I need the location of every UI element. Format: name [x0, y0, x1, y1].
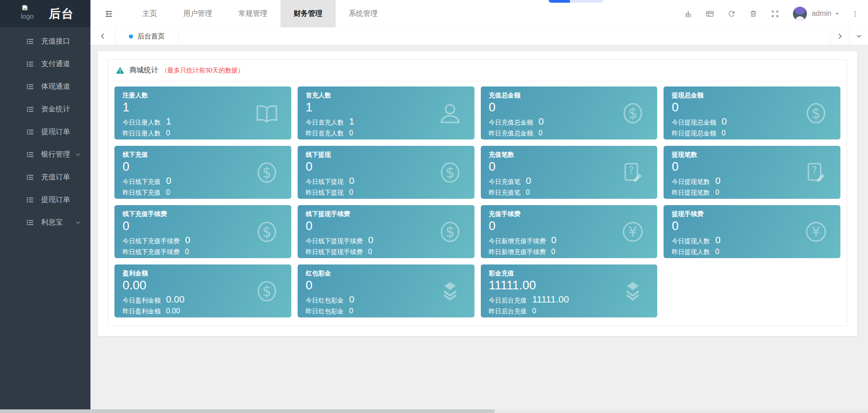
sidebar-item-label: 充值接口 [41, 37, 70, 46]
credit-card-icon [706, 10, 714, 18]
card-yesterday-row: 昨日首充人数 0 [306, 129, 466, 138]
card-yesterday-value: 0 [368, 248, 372, 256]
fullscreen-button[interactable] [771, 10, 779, 18]
card-yesterday-value: 0 [551, 248, 555, 256]
list-icon [26, 150, 34, 159]
card-today-value: 0 [185, 235, 190, 245]
card-yesterday-label: 昨日红包彩金 [306, 307, 344, 316]
card-yesterday-row: 昨日注册人数 0 [123, 129, 283, 138]
sidebar-item-5[interactable]: 银行管理 [0, 143, 90, 166]
tab-bar: 后台首页 [90, 27, 868, 45]
stat-card-2: 充值总金额 0 今日充值总金额 0 昨日充值总金额 0 [481, 86, 658, 139]
sidebar-item-7[interactable]: 提现订单 [0, 188, 90, 211]
sidebar-item-0[interactable]: 充值接口 [0, 30, 90, 53]
sidebar-item-label: 银行管理 [41, 150, 70, 159]
sidebar-item-label: 提现订单 [41, 127, 70, 137]
card-yesterday-value: 0 [526, 188, 530, 197]
stat-card-3: 提现总金额 0 今日提现总金额 0 昨日提现总金额 0 [664, 86, 840, 139]
tab-scroll-right-button[interactable] [830, 28, 849, 45]
card-yesterday-row: 昨日线下充值手续费 0 [123, 248, 283, 256]
list-icon [26, 37, 34, 46]
list-icon [26, 218, 34, 227]
card-today-label: 今日线下充值 [123, 178, 161, 186]
stat-card-5: 线下提现 0 今日线下提现 0 昨日线下提现 0 [298, 146, 474, 199]
card-today-label: 今日新增充值手续费 [489, 237, 546, 245]
stats-panel: 商城统计 （最多只统计前30天的数据） 注册人数 1 今日注册人数 1 昨日注册… [98, 51, 857, 336]
dollar-circle-icon [803, 101, 829, 126]
bar-chart-button[interactable] [684, 10, 693, 18]
sidebar-item-3[interactable]: 资金统计 [0, 98, 90, 120]
dollar-circle-icon [437, 160, 463, 185]
stat-card-9: 线下提现手续费 0 今日线下提现手续费 0 昨日线下提现手续费 0 [298, 205, 474, 258]
sidebar-item-label: 体现通道 [41, 82, 70, 91]
card-today-label: 今日线下提现手续费 [306, 237, 363, 245]
admin-username: admin [811, 10, 831, 18]
sidebar-item-4[interactable]: 提现订单 [0, 120, 90, 143]
tab-menu-button[interactable] [849, 28, 868, 45]
book-icon [254, 101, 280, 126]
stat-card-13: 红包彩金 0 今日红包彩金 0 昨日红包彩金 0 [298, 264, 474, 317]
card-yesterday-label: 昨日提现总金额 [672, 130, 716, 138]
fullscreen-icon [771, 10, 779, 18]
chevron-down-icon [75, 219, 81, 226]
nav-tab-3[interactable]: 财务管理 [280, 0, 336, 27]
card-today-label: 今日提现人数 [672, 237, 710, 245]
list-icon [26, 60, 34, 68]
list-icon [26, 196, 34, 204]
sidebar-item-2[interactable]: 体现通道 [0, 75, 90, 98]
card-today-label: 今日线下提现 [306, 178, 344, 186]
stat-card-0: 注册人数 1 今日注册人数 1 昨日注册人数 0 [114, 86, 291, 139]
top-nav: 主页用户管理常规管理财务管理系统管理 [129, 0, 391, 27]
sidebar-item-6[interactable]: 充值订单 [0, 166, 90, 188]
horizontal-scrollbar-thumb[interactable] [0, 409, 495, 413]
chevron-right-icon [836, 33, 844, 40]
card-today-value: 0 [721, 116, 727, 127]
stats-note: （最多只统计前30天的数据） [161, 67, 244, 75]
card-today-value: 0 [166, 175, 171, 186]
file-edit-icon [803, 160, 829, 185]
card-yesterday-label: 昨日提现笔数 [672, 189, 710, 197]
card-yesterday-value: 0 [349, 307, 353, 315]
menu-fold-button[interactable] [104, 0, 115, 27]
card-yesterday-row: 昨日红包彩金 0 [306, 307, 466, 316]
card-today-label: 今日线下充值手续费 [123, 237, 180, 245]
card-title: 注册人数 [123, 91, 283, 100]
trash-button[interactable] [749, 10, 758, 18]
stat-card-4: 线下充值 0 今日线下充值 0 昨日线下充值 0 [114, 146, 291, 199]
card-today-label: 今日提现笔数 [672, 178, 710, 186]
avatar[interactable] [793, 7, 807, 21]
card-today-label: 今日注册人数 [123, 119, 161, 127]
card-yesterday-row: 昨日线下提现手续费 0 [306, 248, 466, 256]
sidebar-item-1[interactable]: 支付通道 [0, 53, 90, 75]
dollar-circle-icon [254, 219, 280, 245]
stat-card-10: 充值手续费 0 今日新增充值手续费 0 昨日新增充值手续费 0 [481, 205, 658, 258]
nav-tab-1[interactable]: 用户管理 [170, 0, 225, 27]
card-yesterday-label: 昨日提现人数 [672, 248, 710, 256]
nav-tab-2[interactable]: 常规管理 [225, 0, 280, 27]
card-today-value: 0 [349, 175, 355, 186]
card-yesterday-value: 0 [721, 129, 726, 137]
sidebar-item-label: 利息宝 [41, 218, 63, 227]
more-options-button[interactable] [851, 10, 859, 18]
card-title: 提现手续费 [672, 210, 832, 218]
kebab-icon [851, 10, 859, 18]
tab-bar-right [830, 28, 868, 45]
nav-tab-4[interactable]: 系统管理 [336, 0, 391, 27]
admin-dropdown[interactable]: admin [811, 10, 840, 18]
tab-home[interactable]: 后台首页 [115, 28, 179, 45]
nav-tab-0[interactable]: 主页 [129, 0, 170, 27]
header-icon-group [671, 10, 779, 18]
sidebar-item-8[interactable]: 利息宝 [0, 211, 90, 234]
card-today-label: 今日提现总金额 [672, 119, 716, 127]
tab-scroll-left-button[interactable] [90, 28, 115, 45]
card-yesterday-row: 昨日盈利金额 0.00 [123, 307, 283, 316]
card-yesterday-row: 昨日新增充值手续费 0 [489, 248, 650, 256]
card-title: 线下提现 [306, 151, 466, 159]
list-icon [26, 128, 34, 136]
menu-fold-icon [104, 9, 114, 19]
card-yesterday-label: 昨日充值笔 [489, 189, 521, 197]
card-title: 首充人数 [306, 91, 466, 100]
card-today-label: 今日首充人数 [306, 119, 344, 127]
refresh-button[interactable] [727, 10, 736, 18]
credit-card-button[interactable] [706, 10, 714, 18]
